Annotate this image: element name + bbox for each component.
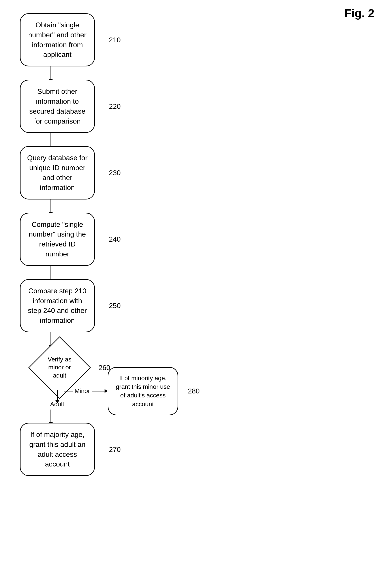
step-210-label: 210 — [109, 35, 121, 45]
minor-branch: Minor If of minority age, grant this min… — [64, 367, 178, 415]
flowchart: Obtain "single number" and other informa… — [13, 13, 212, 476]
step-240-text: Compute "single number" using the retrie… — [29, 220, 86, 258]
arrow-adult-270 — [51, 410, 51, 423]
step-210-wrapper: Obtain "single number" and other informa… — [20, 13, 212, 66]
arrow-260-adult — [57, 390, 58, 401]
minor-line-2 — [92, 391, 105, 391]
step-270-text: If of majority age, grant this adult an … — [29, 430, 85, 468]
arrow-220-230 — [51, 133, 51, 146]
step-210-text: Obtain "single number" and other informa… — [28, 21, 86, 58]
step-280-box: If of minority age, grant this minor use… — [108, 367, 178, 415]
arrow-240-250 — [51, 266, 51, 279]
step-250-box: Compare step 210 information with step 2… — [20, 279, 95, 332]
figure-title: Fig. 2 — [344, 7, 374, 20]
step-270-label: 270 — [109, 444, 121, 454]
step-220-text: Submit other information to secured data… — [29, 87, 85, 125]
step-210-box: Obtain "single number" and other informa… — [20, 13, 95, 66]
minor-line-1 — [64, 391, 73, 391]
step-250-label: 250 — [109, 301, 121, 311]
step-240-label: 240 — [109, 234, 121, 244]
step-250-wrapper: Compare step 210 information with step 2… — [20, 279, 212, 332]
diamond-section: Verify as minor or adult 260 Minor If of… — [20, 346, 212, 390]
minor-arrowhead — [105, 389, 108, 393]
step-220-label: 220 — [109, 101, 121, 111]
arrow-230-240 — [51, 199, 51, 213]
step-230-box: Query database for unique ID number and … — [20, 146, 95, 199]
step-220-box: Submit other information to secured data… — [20, 80, 95, 133]
step-280-label: 280 — [188, 386, 200, 396]
adult-arrowhead — [55, 400, 59, 403]
arrow-250-260 — [51, 332, 51, 346]
step-240-wrapper: Compute "single number" using the retrie… — [20, 213, 212, 266]
step-270-wrapper: If of majority age, grant this adult an … — [20, 423, 212, 476]
step-270-box: If of majority age, grant this adult an … — [20, 423, 95, 476]
arrow-210-220 — [51, 66, 51, 80]
step-230-text: Query database for unique ID number and … — [27, 154, 88, 191]
step-220-wrapper: Submit other information to secured data… — [20, 80, 212, 133]
step-240-box: Compute "single number" using the retrie… — [20, 213, 95, 266]
step-230-label: 230 — [109, 168, 121, 178]
step-250-text: Compare step 210 information with step 2… — [28, 287, 87, 324]
step-230-wrapper: Query database for unique ID number and … — [20, 146, 212, 199]
minor-label: Minor — [75, 387, 90, 395]
step-280-text: If of minority age, grant this minor use… — [116, 375, 170, 408]
